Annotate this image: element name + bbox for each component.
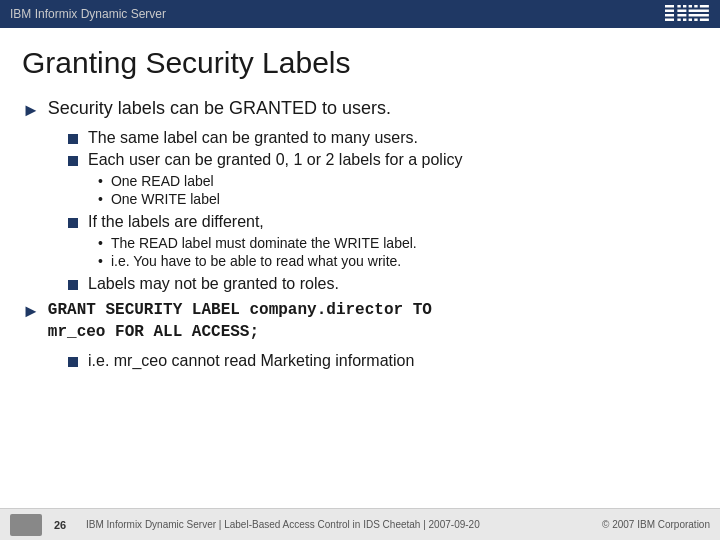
- code-line-1: GRANT SECURITY LABEL company.director TO: [48, 299, 432, 321]
- dot-1-3-2: • i.e. You have to be able to read what …: [98, 253, 698, 269]
- sub-bullet-2-1: i.e. mr_ceo cannot read Marketing inform…: [68, 352, 698, 370]
- svg-rect-2: [665, 14, 674, 16]
- sub-bullet-1-2: Each user can be granted 0, 1 or 2 label…: [68, 151, 698, 169]
- footer: 26 IBM Informix Dynamic Server | Label-B…: [0, 508, 720, 540]
- sub-bullet-1-1-text: The same label can be granted to many us…: [88, 129, 418, 147]
- dot-1-2-2-text: One WRITE label: [111, 191, 220, 207]
- dot-1-3-2-text: i.e. You have to be able to read what yo…: [111, 253, 401, 269]
- footer-text: IBM Informix Dynamic Server | Label-Base…: [86, 519, 590, 530]
- dot-1-2-2: • One WRITE label: [98, 191, 698, 207]
- sub-bullet-2-1-text: i.e. mr_ceo cannot read Marketing inform…: [88, 352, 414, 370]
- dot-1-3-1-text: The READ label must dominate the WRITE l…: [111, 235, 417, 251]
- footer-logo: [10, 514, 42, 536]
- svg-rect-9: [683, 19, 686, 21]
- svg-rect-8: [677, 19, 680, 21]
- page-title: Granting Security Labels: [22, 46, 698, 80]
- main-content: Granting Security Labels ► Security labe…: [0, 28, 720, 508]
- svg-rect-16: [694, 19, 697, 21]
- sub-bullets-2: i.e. mr_ceo cannot read Marketing inform…: [68, 352, 698, 370]
- square-icon-1-1: [68, 134, 78, 144]
- svg-rect-13: [689, 10, 709, 12]
- square-icon-1-2: [68, 156, 78, 166]
- sub-bullet-1-2-text: Each user can be granted 0, 1 or 2 label…: [88, 151, 462, 169]
- dot-icon-1-2-1: •: [98, 173, 103, 189]
- sub-bullet-1-3: If the labels are different,: [68, 213, 698, 231]
- dot-bullets-1-3: • The READ label must dominate the WRITE…: [98, 235, 698, 269]
- footer-copyright: © 2007 IBM Corporation: [602, 519, 710, 530]
- sub-bullet-1-1: The same label can be granted to many us…: [68, 129, 698, 147]
- main-bullet-2: ► GRANT SECURITY LABEL company.director …: [22, 299, 698, 344]
- triangle-icon-1: ►: [22, 100, 40, 121]
- svg-rect-11: [694, 5, 697, 7]
- svg-rect-12: [700, 5, 709, 7]
- ibm-logo-icon: [665, 5, 710, 23]
- dot-icon-1-3-2: •: [98, 253, 103, 269]
- header-bar: IBM Informix Dynamic Server: [0, 0, 720, 28]
- sub-bullet-1-4: Labels may not be granted to roles.: [68, 275, 698, 293]
- main-bullet-1-text: Security labels can be GRANTED to users.: [48, 98, 391, 119]
- svg-rect-4: [677, 5, 680, 7]
- sub-bullet-1-3-text: If the labels are different,: [88, 213, 264, 231]
- page-number: 26: [54, 519, 74, 531]
- svg-rect-17: [700, 19, 709, 21]
- svg-rect-0: [665, 5, 674, 7]
- header-title: IBM Informix Dynamic Server: [10, 7, 166, 21]
- dot-bullets-1-2: • One READ label • One WRITE label: [98, 173, 698, 207]
- square-icon-1-3: [68, 218, 78, 228]
- dot-1-2-1-text: One READ label: [111, 173, 214, 189]
- svg-rect-1: [665, 10, 674, 12]
- sub-bullet-1-4-text: Labels may not be granted to roles.: [88, 275, 339, 293]
- dot-1-3-1: • The READ label must dominate the WRITE…: [98, 235, 698, 251]
- code-line-2: mr_ceo FOR ALL ACCESS;: [48, 321, 432, 343]
- svg-rect-6: [677, 10, 686, 12]
- dot-1-2-1: • One READ label: [98, 173, 698, 189]
- code-block-wrapper: GRANT SECURITY LABEL company.director TO…: [48, 299, 432, 344]
- square-icon-1-4: [68, 280, 78, 290]
- triangle-icon-2: ►: [22, 301, 40, 322]
- svg-rect-15: [689, 19, 692, 21]
- svg-rect-10: [689, 5, 692, 7]
- dot-icon-1-3-1: •: [98, 235, 103, 251]
- dot-icon-1-2-2: •: [98, 191, 103, 207]
- sub-bullets-1: The same label can be granted to many us…: [68, 129, 698, 293]
- svg-rect-7: [677, 14, 686, 16]
- main-bullet-1: ► Security labels can be GRANTED to user…: [22, 98, 698, 121]
- svg-rect-3: [665, 19, 674, 21]
- svg-rect-5: [683, 5, 686, 7]
- svg-rect-14: [689, 14, 709, 16]
- square-icon-2-1: [68, 357, 78, 367]
